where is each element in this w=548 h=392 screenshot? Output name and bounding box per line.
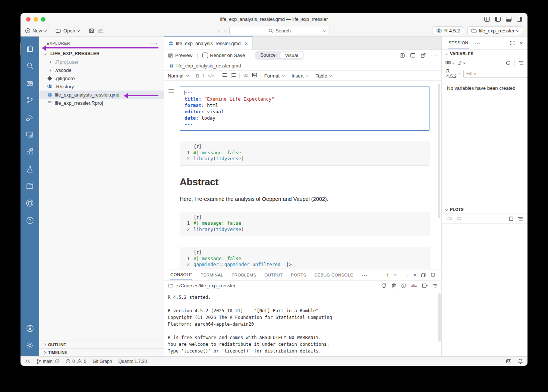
panel-more-tabs-icon[interactable]: ··· [361, 272, 368, 278]
toggle-panel-icon[interactable] [506, 17, 511, 22]
minimize-panel-icon[interactable]: − [406, 272, 409, 278]
close-panel-icon[interactable]: × [413, 272, 416, 278]
new-console-chevron-icon[interactable] [394, 272, 397, 275]
save-button[interactable] [89, 28, 94, 34]
image-icon[interactable] [252, 73, 257, 79]
assistant-icon[interactable] [21, 75, 39, 92]
restart-r-icon[interactable] [381, 283, 387, 288]
file-item-qmd-selected[interactable]: life_exp_analysis_ressler.qmd [39, 91, 164, 99]
more-actions-icon[interactable]: ··· [431, 52, 438, 59]
word-wrap-icon[interactable]: ab↵ [411, 284, 417, 288]
tab-debug-console[interactable]: DEBUG CONSOLE [314, 273, 353, 277]
new-console-icon[interactable]: + [386, 272, 390, 278]
plots-section-header[interactable]: PLOTS [442, 205, 527, 214]
search-history-chevron-icon[interactable] [323, 29, 326, 32]
source-mode-button[interactable]: Source [256, 52, 280, 59]
move-console-icon[interactable] [422, 283, 428, 288]
testing-icon[interactable] [21, 160, 39, 177]
settings-gear-icon[interactable] [21, 337, 39, 354]
toggle-left-sidebar-icon[interactable] [495, 17, 501, 22]
variables-section-header[interactable]: VARIABLES [442, 50, 527, 58]
visual-editor-content[interactable]: --- title: "Examine Life Expectancy" for… [164, 81, 441, 269]
tab-console[interactable]: CONSOLE [170, 270, 192, 279]
new-button[interactable]: New [25, 28, 46, 34]
link-icon[interactable] [243, 73, 249, 79]
interpreter-badge[interactable]: R R 4.5.2 [432, 26, 464, 35]
connections-icon[interactable] [21, 177, 39, 195]
close-sidebar-icon[interactable]: × [520, 40, 523, 46]
tab-terminal[interactable]: TERMINAL [201, 273, 223, 277]
render-on-save-checkbox[interactable]: Render on Save [202, 53, 245, 58]
restore-panel-icon[interactable] [421, 272, 426, 278]
problems-status[interactable]: 0 0 [66, 359, 86, 364]
workspace-root-item[interactable]: LIFE_EXP_RRESSLER [39, 50, 164, 58]
plot-sizing-icon[interactable] [508, 216, 514, 221]
navigate-forward-icon[interactable]: › [224, 28, 226, 34]
variables-filter-input[interactable] [463, 70, 527, 78]
italic-icon[interactable]: I [202, 73, 204, 79]
insert-menu[interactable]: Insert [292, 73, 309, 79]
explorer-more-actions-icon[interactable]: ··· [151, 40, 158, 46]
code-icon[interactable]: </> [208, 74, 214, 78]
project-selector[interactable]: life_exp_rressler [467, 26, 523, 35]
explorer-icon[interactable] [21, 40, 39, 57]
session-more-icon[interactable]: ··· [474, 40, 481, 46]
tab-ports[interactable]: PORTS [291, 273, 306, 277]
clear-plots-icon[interactable] [518, 216, 523, 221]
code-cell-library[interactable]: {r} 1#| message: false 2library(tidyvers… [180, 212, 429, 237]
notifications-bell-icon[interactable] [518, 358, 523, 364]
yaml-block[interactable]: --- title: "Examine Life Expectancy" for… [180, 86, 429, 131]
open-button[interactable]: Open [56, 28, 79, 34]
assistant-status-icon[interactable] [506, 358, 512, 364]
previous-plot-icon[interactable] [446, 216, 452, 221]
visual-mode-button[interactable]: Visual [280, 52, 303, 59]
fullscreen-icon[interactable] [510, 41, 515, 45]
paragraph-style-dropdown[interactable]: Normal [168, 73, 189, 79]
timeline-section[interactable]: TIMELINE [39, 348, 164, 356]
scroll-lock-icon[interactable] [432, 284, 438, 288]
next-plot-icon[interactable] [457, 216, 463, 221]
editor-scrollbar[interactable] [438, 84, 440, 218]
breadcrumb[interactable]: life_exp_analysis_ressler.qmd [164, 61, 441, 70]
file-item-rproj-user[interactable]: .Rproj.user [39, 58, 164, 66]
outline-section[interactable]: OUTLINE [39, 341, 164, 348]
toggle-right-sidebar-icon[interactable] [517, 17, 522, 22]
info-icon[interactable] [401, 283, 406, 288]
file-item-rhistory[interactable]: R .Rhistory [39, 82, 164, 91]
tab-session[interactable]: SESSION [448, 37, 469, 48]
tab-problems[interactable]: PROBLEMS [232, 273, 256, 277]
remote-indicator-icon[interactable] [25, 359, 30, 364]
code-cell-setup[interactable]: {r} 1#| message: false 2library(tidyvers… [180, 141, 429, 166]
file-item-vscode[interactable]: .vscode [39, 66, 164, 74]
maximize-panel-icon[interactable] [431, 272, 435, 277]
publish-icon[interactable] [21, 212, 39, 229]
format-menu[interactable]: Format [264, 73, 284, 79]
bold-icon[interactable]: B [196, 73, 199, 79]
quarto-version-status[interactable]: Quarto: 1.7.30 [118, 359, 147, 364]
code-cell-gapminder[interactable]: {r} 1#| message: false 2gapminder::gapmi… [180, 247, 429, 269]
refresh-variables-icon[interactable] [506, 60, 511, 66]
file-item-gitignore[interactable]: .gitignore [39, 74, 164, 82]
tab-output[interactable]: OUTPUT [264, 273, 283, 277]
tab-qmd-active[interactable]: life_exp_analysis_ressler.qmd × [164, 37, 253, 50]
console-view-icon[interactable] [21, 126, 39, 143]
close-tab-icon[interactable]: × [245, 41, 248, 47]
open-external-icon[interactable] [421, 53, 426, 58]
render-icon[interactable] [399, 53, 405, 59]
source-control-icon[interactable] [21, 92, 39, 109]
save-all-button[interactable] [98, 28, 104, 34]
console-scrollbar[interactable] [438, 293, 441, 342]
sort-variables-dropdown[interactable] [458, 61, 466, 66]
search-input[interactable]: Search [229, 27, 330, 35]
search-view-icon[interactable] [21, 57, 39, 75]
file-item-rproj[interactable]: life_exp_rressler.Rproj [39, 99, 164, 107]
split-editor-icon[interactable] [410, 53, 416, 58]
table-menu[interactable]: Table [315, 73, 332, 79]
console-output-area[interactable]: R 4.5.2 started. R version 4.5.2 (2025-1… [164, 291, 441, 356]
collapse-all-icon[interactable] [519, 61, 524, 65]
group-variables-dropdown[interactable] [445, 61, 454, 65]
extensions-icon[interactable] [21, 143, 39, 160]
git-graph-button[interactable]: Git Graph [92, 359, 112, 364]
customize-layout-icon[interactable] [484, 17, 490, 22]
github-icon[interactable] [21, 195, 39, 212]
